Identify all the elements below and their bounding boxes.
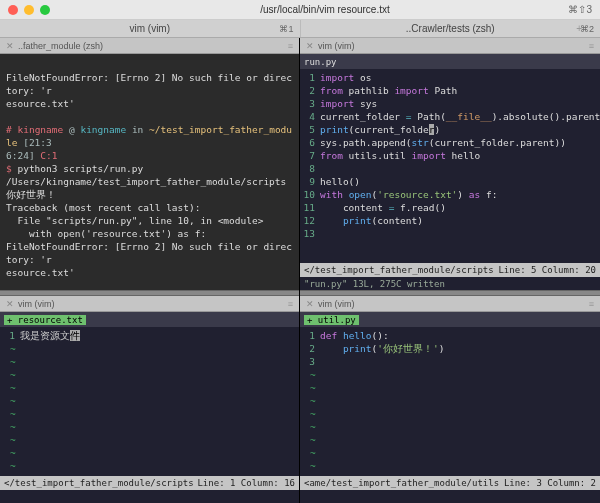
window-title: /usr/local/bin/vim resource.txt xyxy=(50,4,600,15)
code-line: 1def hello(): xyxy=(300,329,600,342)
code-line: 11 content = f.read() xyxy=(300,201,600,214)
terminal-output[interactable]: FileNotFoundError: [Errno 2] No such fil… xyxy=(0,54,299,290)
pane-tab-top-right[interactable]: ✕ vim (vim) ≡ xyxy=(300,38,600,54)
window-titlebar: /usr/local/bin/vim resource.txt ⌘⇧3 xyxy=(0,0,600,20)
code-line: 5print(current_folder) xyxy=(300,123,600,136)
code-line: 6sys.path.append(str(current_folder.pare… xyxy=(300,136,600,149)
add-tab-icon[interactable]: + xyxy=(576,23,582,34)
runpy-editor[interactable]: run.py 1import os2from pathlib import Pa… xyxy=(300,54,600,290)
close-pane-icon[interactable]: ✕ xyxy=(306,299,314,309)
pane-tab-top-left[interactable]: ✕ ..father_module (zsh) ≡ xyxy=(0,38,299,54)
code-line: 7from utils.util import hello xyxy=(300,149,600,162)
code-line: 8 xyxy=(300,162,600,175)
status-bar: <ame/test_import_father_module/utilsLine… xyxy=(300,476,600,490)
maximize-pane-icon[interactable]: ≡ xyxy=(288,41,293,51)
pane-tab-bottom-right[interactable]: ✕ vim (vim) ≡ xyxy=(300,296,600,312)
traffic-lights xyxy=(0,5,50,15)
tab-crawler[interactable]: ..Crawler/tests (zsh) ⌘2 + xyxy=(301,20,601,37)
vim-message xyxy=(0,490,299,503)
close-icon[interactable] xyxy=(8,5,18,15)
code-line: 12 print(content) xyxy=(300,214,600,227)
close-pane-icon[interactable]: ✕ xyxy=(6,299,14,309)
maximize-pane-icon[interactable]: ≡ xyxy=(288,299,293,309)
status-bar: </test_import_father_module/scriptsLine:… xyxy=(300,263,600,277)
close-pane-icon[interactable]: ✕ xyxy=(6,41,14,51)
code-line: 2from pathlib import Path xyxy=(300,84,600,97)
resource-editor[interactable]: + resource.txt 1我是资源文件 ~~~~~~~~~~ </test… xyxy=(0,312,299,503)
code-line: 9hello() xyxy=(300,175,600,188)
code-line: 3import sys xyxy=(300,97,600,110)
code-line: 4current_folder = Path(__file__).absolut… xyxy=(300,110,600,123)
pane-tab-bottom-left[interactable]: ✕ vim (vim) ≡ xyxy=(0,296,299,312)
code-line: 13 xyxy=(300,227,600,240)
code-line: 10with open('resource.txt') as f: xyxy=(300,188,600,201)
code-line: 3 xyxy=(300,355,600,368)
vim-message xyxy=(300,490,600,503)
status-bar: </test_import_father_module/scriptsLine:… xyxy=(0,476,299,490)
tab-vim[interactable]: vim (vim) ⌘1 xyxy=(0,20,301,37)
window-shortcut: ⌘⇧3 xyxy=(568,4,592,15)
util-editor[interactable]: + util.py 1def hello():2 print('你好世界！')3… xyxy=(300,312,600,503)
maximize-icon[interactable] xyxy=(40,5,50,15)
maximize-pane-icon[interactable]: ≡ xyxy=(589,299,594,309)
code-line: 2 print('你好世界！') xyxy=(300,342,600,355)
buffer-name: run.py xyxy=(304,57,337,67)
code-line: 1import os xyxy=(300,71,600,84)
buffer-name: + util.py xyxy=(304,315,359,325)
close-pane-icon[interactable]: ✕ xyxy=(306,41,314,51)
buffer-name: + resource.txt xyxy=(4,315,86,325)
maximize-pane-icon[interactable]: ≡ xyxy=(589,41,594,51)
tab-bar: vim (vim) ⌘1 ..Crawler/tests (zsh) ⌘2 + xyxy=(0,20,600,38)
vim-message: "run.py" 13L, 275C written xyxy=(300,277,600,290)
minimize-icon[interactable] xyxy=(24,5,34,15)
